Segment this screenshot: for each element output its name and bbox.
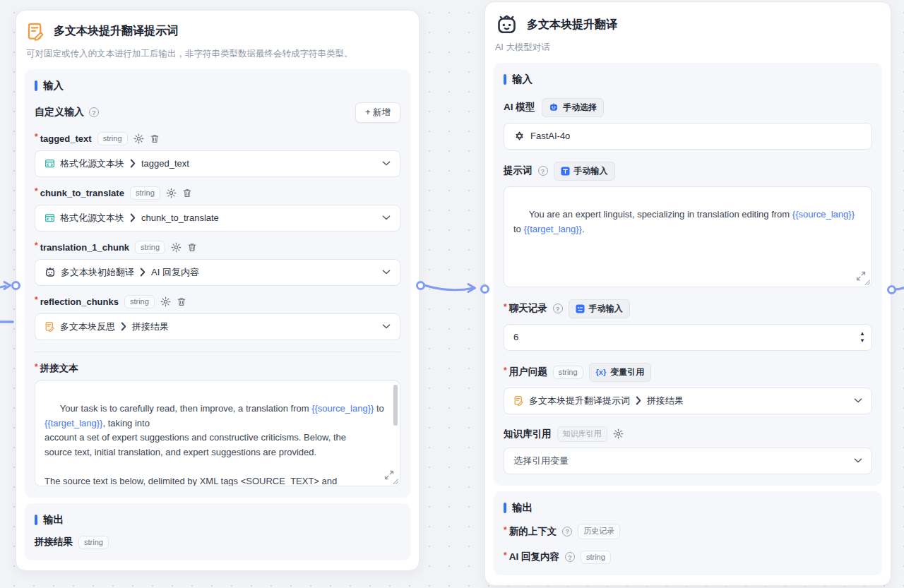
input-field-chunk-to-translate: chunk_to_translate string 格式化源文本块 chunk_…	[35, 186, 400, 232]
chevron-down-icon	[382, 215, 391, 220]
section-title-output: 输出	[512, 501, 533, 515]
resize-handle-icon[interactable]	[393, 479, 398, 484]
required-asterisk	[35, 362, 39, 375]
section-title-output: 输出	[43, 513, 64, 527]
openai-icon	[513, 130, 525, 142]
question-reference-select[interactable]: 多文本块提升翻译提示词 拼接结果	[504, 388, 872, 414]
concat-text-textarea[interactable]: Your task is to carefully read, then imp…	[35, 380, 400, 486]
field-name: chunk_to_translate	[40, 188, 124, 198]
model-mode-badge[interactable]: 手动选择	[542, 98, 604, 117]
reference-source: 多文本块初始翻译	[61, 266, 134, 279]
robot-icon	[44, 267, 56, 278]
reference-source: 多文本块反思	[60, 320, 115, 333]
kb-reference-select[interactable]: 选择引用变量	[504, 448, 872, 474]
connection-handle-right-card-output[interactable]	[887, 285, 896, 294]
help-icon[interactable]	[565, 552, 575, 562]
user-question-label: 用户问题	[509, 366, 547, 378]
chevron-right-icon	[140, 268, 145, 277]
chevron-down-icon	[382, 161, 391, 166]
add-input-button[interactable]: + 新增	[355, 102, 400, 123]
delete-field-icon[interactable]	[187, 242, 197, 253]
delete-field-icon[interactable]	[150, 133, 160, 144]
chat-history-number-input[interactable]: 6	[504, 324, 872, 351]
stepper-down-icon[interactable]	[860, 338, 865, 344]
chevron-down-icon	[382, 270, 391, 275]
text-editor-icon	[513, 395, 524, 406]
help-icon[interactable]	[553, 304, 563, 313]
value-reference-select[interactable]: 格式化源文本块 tagged_text	[35, 150, 400, 177]
value-reference-select[interactable]: 多文本块初始翻译 AI 回复内容	[35, 259, 400, 286]
required-asterisk	[35, 186, 39, 199]
prompt-value: You are an expert linguist, specializing…	[513, 209, 855, 234]
history-mode-badge[interactable]: 手动输入	[569, 299, 630, 318]
connection-handle-left-card-output[interactable]	[416, 281, 425, 290]
value-reference-select[interactable]: 多文本块反思 拼接结果	[35, 313, 400, 340]
required-asterisk	[504, 551, 508, 563]
edit-field-icon[interactable]	[171, 242, 182, 253]
scrollbar-thumb[interactable]	[393, 385, 398, 426]
connection-handle-left-card-input[interactable]	[11, 281, 20, 290]
divider	[35, 352, 400, 352]
edit-field-icon[interactable]	[133, 133, 144, 144]
node-description: 可对固定或传入的文本进行加工后输出，非字符串类型数据最终会转成字符串类型。	[26, 47, 408, 61]
text-editor-icon	[44, 321, 55, 332]
field-name: tagged_text	[40, 133, 92, 144]
connection-edge	[424, 285, 472, 290]
type-badge: string	[553, 366, 583, 379]
value-reference-select[interactable]: 格式化源文本块 chunk_to_translate	[35, 205, 400, 232]
custom-input-label: 自定义输入	[35, 106, 84, 119]
required-asterisk	[504, 366, 508, 378]
connection-handle-right-card-input[interactable]	[480, 284, 489, 294]
reference-value: tagged_text	[141, 158, 189, 169]
prompt-mode-badge[interactable]: 手动输入	[554, 162, 615, 181]
kb-reference-label: 知识库引用	[504, 428, 552, 440]
edit-field-icon[interactable]	[160, 296, 171, 307]
edit-field-icon[interactable]	[166, 188, 177, 198]
node-title: 多文本块提升翻译提示词	[54, 24, 178, 39]
kb-settings-icon[interactable]	[613, 428, 624, 439]
model-select[interactable]: FastAI-4o	[504, 123, 872, 150]
node-description: AI 大模型对话	[495, 41, 879, 54]
help-icon[interactable]	[538, 166, 548, 176]
concat-text-label: 拼接文本	[40, 362, 78, 375]
robot-icon	[549, 102, 559, 112]
reference-value: 拼接结果	[132, 320, 169, 333]
variable-reference-badge[interactable]: {x} 变量引用	[589, 363, 652, 382]
reference-source: 多文本块提升翻译提示词	[529, 395, 630, 407]
connection-edge	[895, 287, 904, 289]
prompt-label: 提示词	[504, 164, 533, 177]
chevron-right-icon	[130, 159, 136, 168]
input-panel: 输入 自定义输入 + 新增 tagged_text string 格式化源文本块	[25, 69, 410, 498]
help-icon[interactable]	[89, 107, 99, 117]
reference-value: AI 回复内容	[151, 266, 199, 279]
variable-icon: {x}	[596, 368, 607, 376]
section-accent-bar	[35, 80, 37, 91]
section-accent-bar	[504, 503, 506, 513]
field-name: translation_1_chunk	[40, 242, 129, 253]
section-accent-bar	[35, 515, 37, 525]
delete-field-icon[interactable]	[182, 188, 192, 198]
robot-icon	[495, 13, 518, 37]
keyboard-input-icon	[576, 304, 585, 313]
delete-field-icon[interactable]	[177, 296, 186, 307]
resize-handle-icon[interactable]	[864, 280, 870, 285]
node-card-ai-chat[interactable]: 多文本块提升翻译 AI 大模型对话 输入 AI 模型 手动选择 FastAI-4…	[484, 1, 891, 586]
output-name: 新的上下文	[509, 525, 557, 538]
model-value: FastAI-4o	[530, 131, 570, 141]
text-editor-icon	[26, 22, 45, 41]
prompt-textarea[interactable]: You are an expert linguist, specializing…	[504, 186, 872, 287]
required-asterisk	[504, 525, 508, 538]
output-panel: 输出 拼接结果 string	[25, 503, 410, 560]
reference-value: 拼接结果	[647, 395, 684, 407]
node-card-text-concat[interactable]: 多文本块提升翻译提示词 可对固定或传入的文本进行加工后输出，非字符串类型数据最终…	[16, 10, 420, 571]
chevron-right-icon	[121, 322, 126, 331]
chevron-right-icon	[636, 396, 641, 405]
output-name: AI 回复内容	[509, 551, 559, 563]
stepper-up-icon[interactable]	[860, 331, 865, 337]
code-block-icon	[44, 212, 55, 223]
node-title: 多文本块提升翻译	[527, 18, 617, 32]
type-badge: string	[130, 186, 160, 200]
type-badge: string	[124, 295, 155, 308]
help-icon[interactable]	[562, 527, 572, 536]
reference-source: 格式化源文本块	[60, 212, 124, 224]
